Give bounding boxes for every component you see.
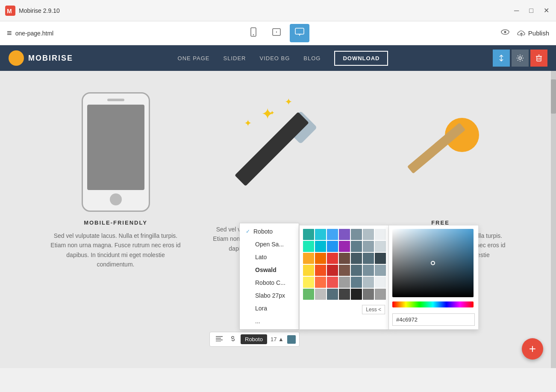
color-swatches-grid <box>303 229 385 300</box>
svg-rect-6 <box>295 28 304 34</box>
nav-link-onepage[interactable]: ONE PAGE <box>178 55 210 61</box>
font-item-opensans[interactable]: Open Sa... <box>240 238 299 251</box>
swatch-26[interactable] <box>351 265 362 276</box>
arrow-illustration <box>398 92 483 212</box>
title-bar-controls: ─ □ ✕ <box>512 5 551 16</box>
swatch-8[interactable] <box>303 241 314 252</box>
nav-logo <box>9 50 24 66</box>
swatch-10[interactable] <box>327 241 338 252</box>
swatch-4[interactable] <box>339 229 350 240</box>
desktop-view-button[interactable] <box>290 24 309 42</box>
publish-button[interactable]: Publish <box>517 29 549 38</box>
swatch-34[interactable] <box>363 277 374 288</box>
star-4-icon: ✦ <box>270 109 275 116</box>
font-roboto-label: Roboto <box>253 228 273 235</box>
less-button[interactable]: Less < <box>362 305 385 314</box>
swatch-16[interactable] <box>315 253 326 264</box>
swatch-31[interactable] <box>327 277 338 288</box>
star-3-icon: ✦ <box>244 118 252 129</box>
swatch-17[interactable] <box>327 253 338 264</box>
swatch-panel: Less < <box>299 225 389 330</box>
nav-link-blog[interactable]: BLOG <box>303 55 321 61</box>
hue-bar[interactable] <box>392 301 474 307</box>
swatch-29[interactable] <box>303 277 314 288</box>
color-hex-input[interactable] <box>392 313 475 326</box>
swatch-38[interactable] <box>327 289 338 300</box>
swatch-35[interactable] <box>375 277 386 288</box>
scrollbar[interactable] <box>551 71 556 368</box>
link-button[interactable] <box>227 334 239 345</box>
swatch-19[interactable] <box>351 253 362 264</box>
swatch-13[interactable] <box>363 241 374 252</box>
desktop-icon <box>295 27 304 37</box>
minimize-button[interactable]: ─ <box>512 5 521 16</box>
font-lato-label: Lato <box>255 254 267 260</box>
swatch-28[interactable] <box>375 265 386 276</box>
mobile-view-button[interactable] <box>244 24 263 42</box>
nav-action-delete[interactable] <box>530 50 547 67</box>
font-dropdown: ✓ Roboto Open Sa... Lato Oswald Roboto C… <box>239 223 299 330</box>
font-item-slabo[interactable]: Slabo 27px <box>240 289 299 302</box>
nav-brand-name: MOBIRISE <box>28 54 73 63</box>
settings-icon <box>516 54 524 62</box>
toolbar: ≡ one-page.html <box>0 21 556 45</box>
font-item-oswald[interactable]: Oswald <box>240 263 299 276</box>
font-family-button[interactable]: Roboto <box>241 334 267 344</box>
swatch-5[interactable] <box>351 229 362 240</box>
maximize-button[interactable]: □ <box>527 5 535 16</box>
font-item-roboto[interactable]: ✓ Roboto <box>240 225 299 238</box>
text-align-button[interactable] <box>213 334 225 345</box>
feature-desc-1: Sed vel vulputate lacus. Nulla et fringi… <box>47 231 184 269</box>
nav-action-settings[interactable] <box>512 50 529 67</box>
swatch-42[interactable] <box>375 289 386 300</box>
swatch-22[interactable] <box>303 265 314 276</box>
add-icon: + <box>529 342 536 356</box>
swatch-33[interactable] <box>351 277 362 288</box>
swatch-36[interactable] <box>303 289 314 300</box>
swatch-3[interactable] <box>327 229 338 240</box>
color-picker-area: Less < <box>299 225 479 330</box>
add-section-button[interactable]: + <box>522 338 543 360</box>
swatch-2[interactable] <box>315 229 326 240</box>
tablet-view-button[interactable] <box>267 24 286 42</box>
font-item-lora[interactable]: Lora <box>240 302 299 315</box>
swatch-11[interactable] <box>339 241 350 252</box>
font-item-lato[interactable]: Lato <box>240 251 299 263</box>
hamburger-icon[interactable]: ≡ <box>7 28 12 38</box>
swatch-15[interactable] <box>303 253 314 264</box>
swatch-14[interactable] <box>375 241 386 252</box>
nav-action-arrange[interactable] <box>493 50 510 67</box>
nav-link-slider[interactable]: SLIDER <box>224 55 246 61</box>
swatch-18[interactable] <box>339 253 350 264</box>
preview-button[interactable] <box>500 27 510 39</box>
swatch-9[interactable] <box>315 241 326 252</box>
swatch-21[interactable] <box>375 253 386 264</box>
swatch-32[interactable] <box>339 277 350 288</box>
toolbar-left: ≡ one-page.html <box>7 28 53 38</box>
swatch-6[interactable] <box>363 229 374 240</box>
swatch-41[interactable] <box>363 289 374 300</box>
font-robotoc-label: Roboto C... <box>255 279 285 286</box>
swatch-30[interactable] <box>315 277 326 288</box>
swatch-1[interactable] <box>303 229 314 240</box>
swatch-40[interactable] <box>351 289 362 300</box>
swatch-24[interactable] <box>327 265 338 276</box>
swatch-12[interactable] <box>351 241 362 252</box>
swatch-39[interactable] <box>339 289 350 300</box>
spectrum-canvas[interactable] <box>392 229 474 297</box>
font-item-more[interactable]: ... <box>240 315 299 328</box>
close-button[interactable]: ✕ <box>542 5 551 16</box>
swatch-20[interactable] <box>363 253 374 264</box>
swatch-27[interactable] <box>363 265 374 276</box>
nav-download-button[interactable]: DOWNLOAD <box>334 51 388 66</box>
swatch-25[interactable] <box>339 265 350 276</box>
color-swatch-button[interactable] <box>287 335 296 344</box>
font-item-robotoc[interactable]: Roboto C... <box>240 276 299 289</box>
font-slabo-label: Slabo 27px <box>255 292 285 299</box>
svg-line-23 <box>232 338 234 339</box>
nav-link-videobg[interactable]: VIDEO BG <box>259 55 290 61</box>
phone-speaker <box>107 99 124 101</box>
swatch-37[interactable] <box>315 289 326 300</box>
swatch-23[interactable] <box>315 265 326 276</box>
swatch-7[interactable] <box>375 229 386 240</box>
